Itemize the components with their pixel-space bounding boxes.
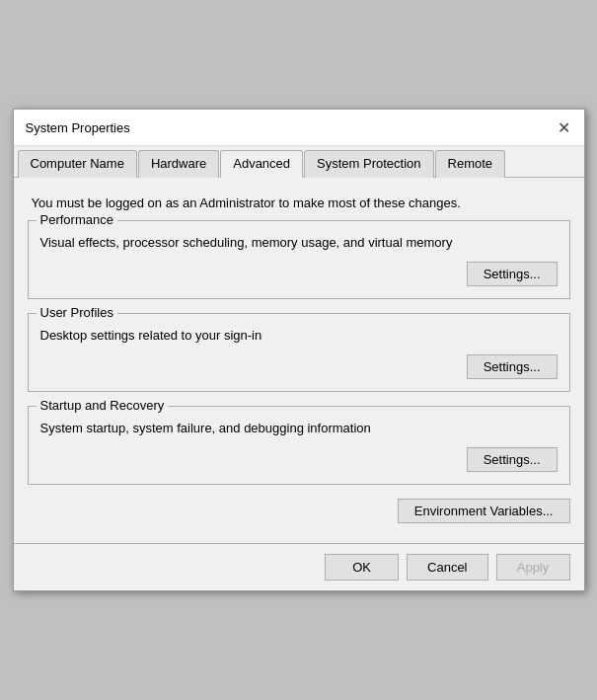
footer: OK Cancel Apply bbox=[14, 543, 584, 590]
content-area: You must be logged on as an Administrato… bbox=[14, 178, 584, 543]
startup-recovery-description: System startup, system failure, and debu… bbox=[40, 421, 558, 435]
startup-recovery-group-label: Startup and Recovery bbox=[37, 398, 169, 413]
user-profiles-description: Desktop settings related to your sign-in bbox=[40, 328, 558, 343]
system-properties-dialog: System Properties ✕ Computer Name Hardwa… bbox=[13, 109, 585, 591]
tab-bar: Computer Name Hardware Advanced System P… bbox=[14, 146, 584, 178]
close-button[interactable]: ✕ bbox=[553, 116, 576, 139]
ok-button[interactable]: OK bbox=[325, 554, 399, 581]
tab-system-protection[interactable]: System Protection bbox=[304, 150, 434, 178]
startup-recovery-settings-button[interactable]: Settings... bbox=[467, 447, 558, 472]
dialog-title: System Properties bbox=[26, 120, 130, 135]
cancel-button[interactable]: Cancel bbox=[407, 554, 487, 581]
performance-group: Performance Visual effects, processor sc… bbox=[28, 220, 570, 299]
tab-remote[interactable]: Remote bbox=[435, 150, 506, 178]
user-profiles-settings-button[interactable]: Settings... bbox=[467, 354, 558, 379]
tab-hardware[interactable]: Hardware bbox=[138, 150, 219, 178]
performance-description: Visual effects, processor scheduling, me… bbox=[40, 235, 558, 250]
performance-settings-button[interactable]: Settings... bbox=[467, 262, 558, 286]
apply-button[interactable]: Apply bbox=[496, 554, 570, 581]
user-profiles-group: User Profiles Desktop settings related t… bbox=[28, 313, 570, 392]
tab-computer-name[interactable]: Computer Name bbox=[18, 150, 137, 178]
env-vars-row: Environment Variables... bbox=[28, 499, 570, 523]
user-profiles-group-label: User Profiles bbox=[37, 305, 117, 320]
performance-group-label: Performance bbox=[37, 212, 117, 227]
tab-advanced[interactable]: Advanced bbox=[220, 150, 303, 178]
startup-recovery-group: Startup and Recovery System startup, sys… bbox=[28, 406, 570, 485]
title-bar: System Properties ✕ bbox=[14, 110, 584, 146]
environment-variables-button[interactable]: Environment Variables... bbox=[398, 499, 570, 523]
